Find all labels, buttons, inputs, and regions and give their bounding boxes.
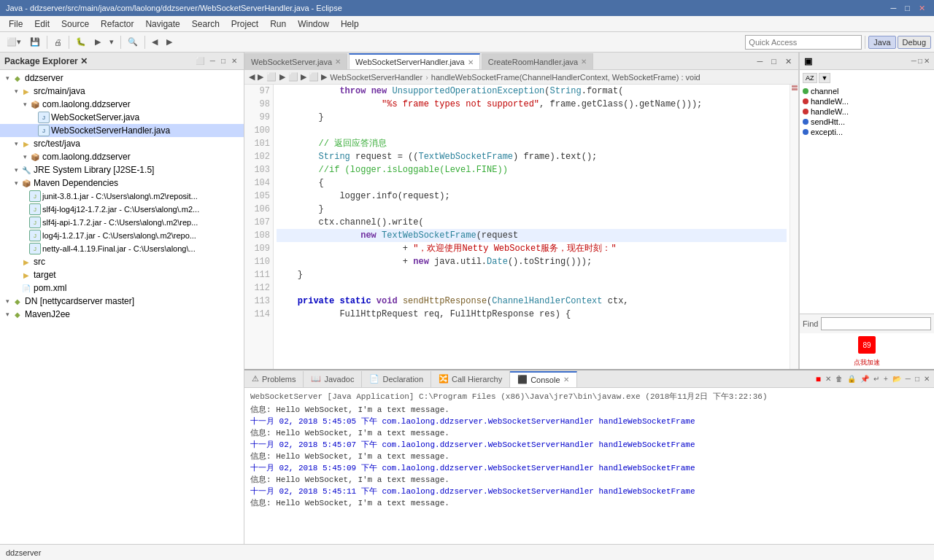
console-scroll-lock-btn[interactable]: 🔒: [846, 373, 857, 385]
new-btn[interactable]: ⬜▾: [3, 34, 25, 50]
bottom-close-btn[interactable]: ✕: [922, 373, 931, 385]
tree-item-slf4j-api[interactable]: J slf4j-api-1.7.2.jar - C:\Users\along\.…: [0, 216, 244, 229]
tab-websocketserver[interactable]: WebSocketServer.java ✕: [244, 53, 347, 69]
tab-close-crh[interactable]: ✕: [581, 58, 587, 66]
bc-arrow-left[interactable]: ◀: [249, 72, 255, 82]
minimize-btn[interactable]: ─: [888, 4, 900, 13]
tree-item-ddzserver[interactable]: ▾ ◆ ddzserver: [0, 71, 244, 85]
code-line-99: }: [277, 111, 787, 124]
tab-declaration[interactable]: 📄 Declaration: [362, 371, 431, 387]
tree-item-netty[interactable]: J netty-all-4.1.19.Final.jar - C:\Users\…: [0, 242, 244, 255]
menu-refactor[interactable]: Refactor: [95, 18, 139, 31]
tree-item-src-test[interactable]: ▾ ▶ src/test/java: [0, 137, 244, 150]
maximize-btn[interactable]: □: [902, 4, 913, 13]
debug-btn[interactable]: 🐛: [72, 34, 90, 50]
outline-close-btn[interactable]: ✕: [924, 57, 930, 65]
menu-navigate[interactable]: Navigate: [139, 18, 185, 31]
bc-method[interactable]: handleWebSocketFrame(ChannelHandlerConte…: [431, 73, 700, 82]
pe-max-btn[interactable]: □: [219, 56, 228, 66]
tab-min-btn[interactable]: ─: [754, 53, 767, 69]
tab-problems[interactable]: ⚠ Problems: [244, 371, 304, 387]
forward-btn[interactable]: ▶: [163, 34, 176, 50]
pe-close-btn[interactable]: ✕: [229, 56, 239, 66]
outline-sort-btn[interactable]: AZ: [803, 73, 817, 83]
tab-close-wss[interactable]: ✕: [335, 58, 341, 66]
save-btn[interactable]: 💾: [26, 34, 44, 50]
tab-console[interactable]: ⬛ Console ✕: [510, 371, 576, 387]
pe-collapse-btn[interactable]: ⬜: [193, 56, 207, 66]
tree-item-wssh[interactable]: J WebSocketServerHandler.java: [0, 124, 244, 137]
console-line-8: 十一月 02, 2018 5:45:11 下午 com.laolong.ddzs…: [250, 486, 928, 497]
perspective-java-btn[interactable]: Java: [868, 36, 895, 49]
tab-close-wssh[interactable]: ✕: [468, 58, 474, 66]
menu-file[interactable]: File: [3, 18, 28, 31]
tab-close-btn[interactable]: ✕: [781, 53, 795, 69]
project-icon: ◆: [12, 72, 23, 84]
menu-help[interactable]: Help: [335, 18, 365, 31]
menu-source[interactable]: Source: [55, 18, 95, 31]
console-stop-btn[interactable]: ■: [814, 373, 822, 385]
bc-arrow-right[interactable]: ▶: [258, 72, 263, 82]
console-word-wrap-btn[interactable]: ↵: [872, 373, 881, 385]
menu-edit[interactable]: Edit: [28, 18, 55, 31]
tree-item-dn[interactable]: ▾ ◆ DN [nettycardserver master]: [0, 295, 244, 308]
advert-btn[interactable]: 89: [858, 336, 876, 354]
pe-min-btn[interactable]: ─: [208, 56, 217, 66]
outline-item-channel[interactable]: channel: [803, 86, 931, 96]
find-input[interactable]: [821, 317, 931, 330]
console-term-btn[interactable]: ✕: [824, 373, 833, 385]
outline-item-handleW2[interactable]: handleW...: [803, 106, 931, 117]
outline-filter-btn[interactable]: ▼: [819, 73, 831, 83]
tree-item-target[interactable]: ▶ target: [0, 268, 244, 281]
perspective-debug-btn[interactable]: Debug: [898, 36, 931, 49]
tree-item-pom[interactable]: 📄 pom.xml: [0, 281, 244, 295]
console-clear-btn[interactable]: 🗑: [834, 373, 844, 385]
menu-window[interactable]: Window: [292, 18, 335, 31]
menu-project[interactable]: Project: [225, 18, 264, 31]
run-arrow-btn[interactable]: ▾: [106, 34, 117, 50]
tree-label: slf4j-api-1.7.2.jar - C:\Users\along\.m2…: [42, 218, 198, 227]
bc-arrow[interactable]: ▶: [279, 72, 285, 82]
tree-item-mavenj2ee[interactable]: ▾ ◆ MavenJ2ee: [0, 308, 244, 321]
tree-item-jre[interactable]: ▾ 🔧 JRE System Library [J2SE-1.5]: [0, 163, 244, 176]
tab-callhierarchy[interactable]: 🔀 Call Hierarchy: [431, 371, 510, 387]
console-pin-btn[interactable]: 📌: [859, 373, 871, 385]
tab-javadoc[interactable]: 📖 Javadoc: [304, 371, 362, 387]
console-open-btn[interactable]: 📂: [891, 373, 903, 385]
menu-run[interactable]: Run: [264, 18, 292, 31]
find-bar: Find: [800, 314, 934, 333]
editor-scrollbar[interactable]: [790, 85, 798, 369]
tab-createroomhandler[interactable]: CreateRoomHandler.java ✕: [482, 53, 594, 69]
search-open-btn[interactable]: 🔍: [124, 34, 142, 50]
outline-item-handleW1[interactable]: handleW...: [803, 96, 931, 106]
bottom-max-btn[interactable]: □: [914, 373, 921, 385]
toolbar-sep-2: [69, 36, 69, 49]
tab-close-console[interactable]: ✕: [563, 376, 569, 384]
tree-item-src2[interactable]: ▶ src: [0, 255, 244, 268]
console-new-btn[interactable]: +: [882, 373, 889, 385]
console-area[interactable]: WebSocketServer [Java Application] C:\Pr…: [244, 388, 934, 544]
print-btn[interactable]: 🖨: [50, 34, 66, 50]
tree-item-junit[interactable]: J junit-3.8.1.jar - C:\Users\along\.m2\r…: [0, 190, 244, 203]
outline-max-btn[interactable]: □: [918, 57, 922, 65]
code-content[interactable]: throw new UnsupportedOperationException(…: [274, 85, 790, 369]
bottom-min-btn[interactable]: ─: [904, 373, 912, 385]
menu-search[interactable]: Search: [186, 18, 225, 31]
back-btn[interactable]: ◀: [148, 34, 161, 50]
tree-item-slf4j-log4j[interactable]: J slf4j-log4j12-1.7.2.jar - C:\Users\alo…: [0, 203, 244, 216]
tree-item-src-main[interactable]: ▾ ▶ src/main/java: [0, 85, 244, 98]
tree-item-pkg[interactable]: ▾ 📦 com.laolong.ddzserver: [0, 98, 244, 111]
tree-item-wss[interactable]: J WebSocketServer.java: [0, 111, 244, 124]
bc-class[interactable]: WebSocketServerHandler: [330, 73, 422, 82]
tree-item-pkg-test[interactable]: ▾ 📦 com.laolong.ddzserver: [0, 150, 244, 163]
quick-access-input[interactable]: [745, 35, 862, 50]
tree-item-maven[interactable]: ▾ 📦 Maven Dependencies: [0, 176, 244, 190]
outline-min-btn[interactable]: ─: [911, 57, 916, 65]
tree-item-log4j[interactable]: J log4j-1.2.17.jar - C:\Users\along\.m2\…: [0, 229, 244, 242]
run-btn[interactable]: ▶: [91, 34, 104, 50]
close-btn[interactable]: ✕: [916, 4, 928, 13]
outline-item-sendHtt[interactable]: sendHtt...: [803, 117, 931, 127]
outline-item-excepti[interactable]: excepti...: [803, 127, 931, 137]
tab-max-btn[interactable]: □: [768, 53, 780, 69]
tab-websocketserverhandler[interactable]: WebSocketServerHandler.java ✕: [349, 53, 480, 69]
